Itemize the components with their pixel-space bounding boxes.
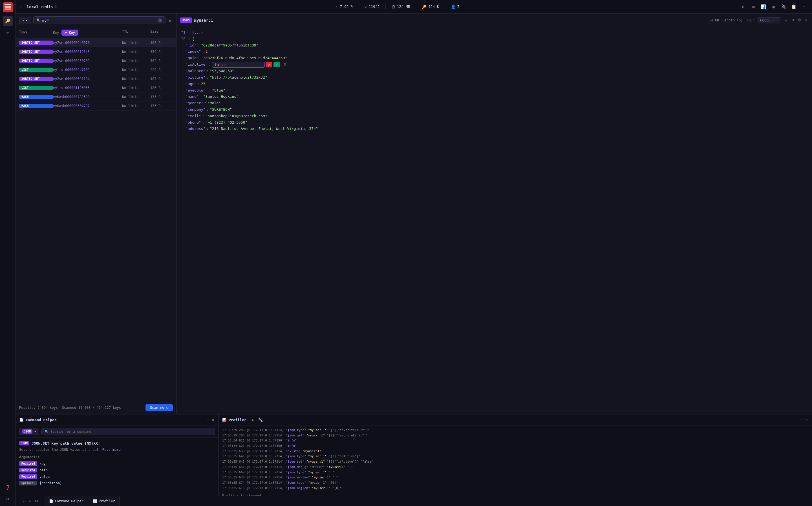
json-key: "address": [186, 126, 205, 132]
cmd-helper-tab-label: Command Helper: [55, 499, 83, 503]
key-ttl: No limit: [122, 41, 150, 45]
add-key-button[interactable]: + Key: [62, 29, 78, 36]
profiler-titlebar: 📊 Profiler ▶ 🔧 ─ ✕: [219, 414, 812, 425]
key-row[interactable]: HASH myHash000000789399 No limit 173 B: [16, 92, 176, 101]
sidebar-icon-query[interactable]: ✏️: [3, 27, 13, 37]
sidebar: 🔑 ✏️ ❓ ⚙: [0, 0, 16, 506]
key-ttl: No limit: [122, 77, 150, 81]
close-profiler-button[interactable]: ✕: [805, 417, 809, 423]
app-logo[interactable]: [3, 2, 13, 12]
edit-value-input[interactable]: [212, 62, 265, 68]
keys-value: 424 K: [428, 4, 439, 9]
json-viewer: "1":{...}⧉🗑"2":{"_id":"6228dcaff9a057ff5…: [176, 27, 812, 414]
tab-cli[interactable]: >_ >_ CLI: [19, 496, 45, 506]
keys-list: SORTED SET myZset000000940070 No limit 4…: [16, 38, 176, 401]
arg-name: key: [40, 462, 46, 466]
json-line: "email":"santoshopkins@suretech.com"⧉🗑: [180, 113, 809, 119]
json-line: "guid":"d8230f76-09d8-4fbc-93e9-01d24d44…: [180, 55, 809, 62]
key-row[interactable]: SORTED SET myZset000000260709 No limit 5…: [16, 56, 176, 65]
json-type-badge: JSON: [180, 17, 192, 23]
filter-button[interactable]: ⚡ ▾: [19, 17, 31, 24]
profiler-log-line: 17:06:35.669 [0 172.17.0.1:57314] "json.…: [222, 470, 809, 475]
plugin-btn[interactable]: 🔌: [779, 2, 788, 11]
cli-label: >_ CLI: [29, 499, 41, 503]
search-input[interactable]: [42, 18, 156, 22]
ttl-input[interactable]: [757, 17, 780, 23]
profiler-time: 17:06:35.638: [222, 449, 244, 453]
type-badge: HASH: [19, 95, 53, 99]
scan-more-button[interactable]: Scan more: [145, 404, 173, 411]
key-row[interactable]: SORTED SET myZset000000812145 No limit 3…: [16, 47, 176, 56]
keys-count-text: Results: 2 894 keys. Scanned 14 000 / 41…: [19, 406, 121, 410]
close-cmd-helper-button[interactable]: ✕: [211, 417, 215, 423]
key-row[interactable]: LIST mylist000000247109 No limit 229 B: [16, 65, 176, 74]
analysis-btn[interactable]: ◉: [769, 2, 778, 11]
chart-btn[interactable]: 📊: [759, 2, 768, 11]
json-key: "1": [181, 29, 188, 35]
sidebar-icon-settings[interactable]: ⚙: [3, 494, 13, 504]
ops-icon: ↗: [365, 4, 367, 9]
json-key: "company": [186, 107, 205, 113]
settings-btn[interactable]: ⚙: [739, 2, 748, 11]
json-value: "6228dcaff9a057ff5b1bfcd9": [201, 43, 259, 49]
minimize-profiler-button[interactable]: ─: [799, 417, 803, 423]
cmd-type-select[interactable]: JSON ▾: [19, 428, 39, 435]
refresh-button[interactable]: ↺: [168, 17, 173, 24]
cmd-search-icon: 🔍: [45, 430, 49, 434]
cmd-badge: JSON: [19, 441, 29, 445]
json-key: "isActive": [186, 62, 208, 68]
key-row[interactable]: SORTED SET myZset000000691184 No limit 4…: [16, 74, 176, 83]
edit-confirm-button[interactable]: ✓: [274, 62, 280, 67]
topbar: ← local-redis ℹ ⚡ 7.92 % ↗ 11942 🗄 124 M…: [16, 0, 812, 13]
key-size: 229 B: [150, 68, 173, 72]
minimize-cmd-helper-button[interactable]: ─: [206, 417, 210, 423]
json-line: "2":{: [180, 36, 809, 42]
profiler-panel: 📊 Profiler ▶ 🔧 ─ ✕ 17:06:29.283 [0 172.1…: [219, 414, 812, 496]
more-btn[interactable]: ⋯: [800, 2, 809, 11]
profiler-run-button[interactable]: ▶: [251, 417, 255, 423]
profiler-settings-button[interactable]: 🔧: [257, 417, 264, 423]
key-row[interactable]: SORTED SET myZset000000940070 No limit 4…: [16, 38, 176, 47]
profiler-log-line: 17:06:35.676 [0 172.17.0.1:57314] "json.…: [222, 486, 809, 491]
profiler-title: Profiler: [229, 418, 246, 422]
key-ttl: No limit: [122, 50, 150, 54]
read-more-link[interactable]: Read more: [102, 448, 121, 452]
profiler-log-line: 17:06:35.638 [0 172.17.0.1:57314] "exist…: [222, 449, 809, 454]
refresh-detail-button[interactable]: ↺: [791, 16, 795, 24]
detail-size: 14 KB: [709, 18, 719, 22]
clients-value: 7: [457, 4, 459, 9]
sidebar-icon-help[interactable]: ❓: [3, 482, 13, 493]
type-badge: HASH: [19, 104, 53, 108]
json-key: "_id": [186, 43, 197, 49]
sidebar-icon-keys[interactable]: 🔑: [3, 16, 13, 26]
info-icon[interactable]: ℹ: [55, 4, 57, 9]
back-button[interactable]: ←: [19, 3, 24, 11]
arg-row: Optional[condition]: [19, 481, 215, 486]
json-key: "gender": [186, 100, 203, 106]
grid-btn[interactable]: ⊞: [749, 2, 758, 11]
json-value: "santoshopkins@suretech.com": [206, 113, 267, 119]
stat-memory: 🗄 124 MB: [386, 4, 416, 9]
json-key: "name": [186, 94, 199, 100]
col-type: Type: [19, 29, 53, 36]
cmd-helper-icon: 📄: [19, 418, 23, 422]
key-size: 407 B: [150, 77, 173, 81]
cmd-search-box: 🔍: [42, 428, 215, 435]
delete-line-button[interactable]: 🗑: [282, 62, 288, 68]
key-row[interactable]: LIST mylist000001193055 No limit 186 B: [16, 83, 176, 92]
delete-detail-button[interactable]: 🗑: [796, 16, 802, 24]
close-detail-button[interactable]: ✕: [804, 16, 809, 24]
tab-profiler[interactable]: 📊 Profiler: [88, 496, 120, 506]
json-line: "company":"SURETECH"⧉🗑: [180, 106, 809, 113]
stat-cpu: ⚡ 7.92 %: [330, 4, 359, 9]
clipboard-btn[interactable]: 📋: [790, 2, 799, 11]
edit-cancel-button[interactable]: ✕: [266, 62, 272, 67]
edit-ttl-button[interactable]: ✏: [784, 17, 788, 24]
svg-rect-1: [4, 4, 11, 5]
cmd-search-input[interactable]: [51, 430, 212, 434]
tab-command-helper[interactable]: 📄 Command Helper: [45, 496, 88, 506]
type-badge: SORTED SET: [19, 59, 53, 63]
key-row[interactable]: HASH myHash000000304797 No limit 173 B: [16, 101, 176, 110]
clear-search-button[interactable]: ✕: [158, 18, 162, 22]
key-name: myZset000000260709: [53, 59, 122, 63]
